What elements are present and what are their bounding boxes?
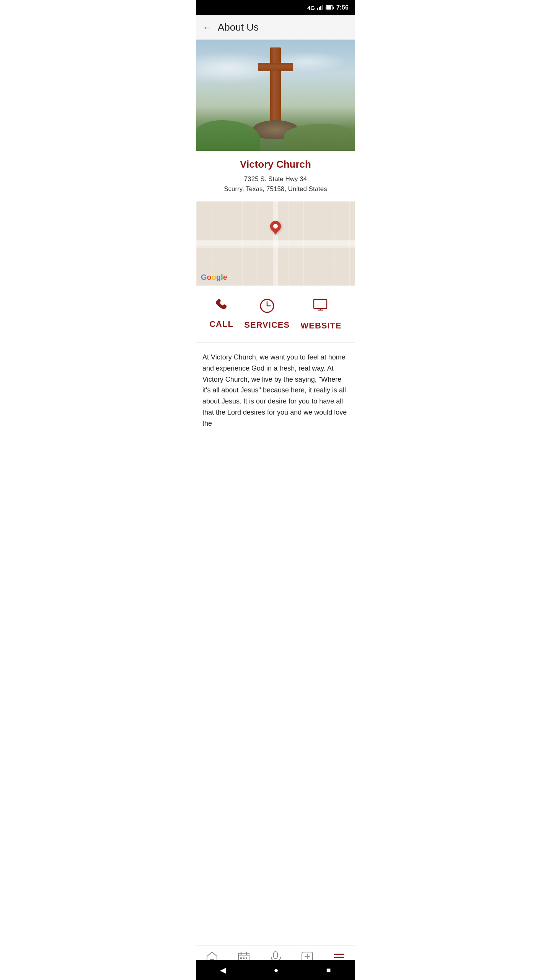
monitor-icon: [312, 297, 330, 317]
google-logo: Google: [201, 273, 227, 282]
signal-bars-icon: [317, 5, 323, 10]
svg-rect-2: [320, 6, 321, 10]
map-pin: [269, 221, 282, 239]
church-name: Victory Church: [202, 158, 349, 170]
trees-right: [284, 124, 355, 151]
battery-icon: [326, 5, 334, 10]
description-text: At Victory Church, we want you to feel a…: [202, 352, 349, 429]
services-button[interactable]: SERVICES: [244, 298, 290, 330]
svg-rect-0: [317, 8, 318, 10]
status-bar: 4G 7:56: [196, 0, 355, 15]
signal-indicator: 4G: [307, 5, 315, 11]
cross-horizontal-beam: [258, 63, 293, 71]
website-label: WEBSITE: [301, 321, 342, 331]
call-button[interactable]: CALL: [209, 299, 233, 329]
clock-icon: [259, 298, 275, 316]
map-road-vertical: [273, 201, 278, 286]
call-label: CALL: [209, 319, 233, 329]
cross-vertical-beam: [270, 47, 281, 124]
page-title: About Us: [218, 21, 259, 33]
header: ← About Us: [196, 15, 355, 40]
clock-display: 7:56: [336, 4, 349, 11]
website-button[interactable]: WEBSITE: [301, 297, 342, 331]
svg-rect-6: [326, 6, 331, 10]
address-line1: 7325 S. State Hwy 34: [202, 174, 349, 184]
svg-rect-1: [319, 7, 320, 10]
action-buttons-row: CALL SERVICES WEBSITE: [196, 286, 355, 343]
hero-image: [196, 40, 355, 151]
cross-image: [253, 47, 298, 139]
description-section: At Victory Church, we want you to feel a…: [196, 343, 355, 438]
map-view[interactable]: Google: [196, 201, 355, 286]
address-line2: Scurry, Texas, 75158, United States: [202, 184, 349, 194]
svg-rect-3: [322, 5, 323, 10]
svg-rect-10: [314, 299, 327, 309]
svg-rect-5: [333, 7, 334, 9]
phone-icon: [214, 299, 229, 315]
church-info: Victory Church 7325 S. State Hwy 34 Scur…: [196, 151, 355, 201]
services-label: SERVICES: [244, 320, 290, 330]
pin-circle: [268, 219, 283, 234]
back-button[interactable]: ←: [202, 22, 212, 33]
church-address: 7325 S. State Hwy 34 Scurry, Texas, 7515…: [202, 174, 349, 194]
